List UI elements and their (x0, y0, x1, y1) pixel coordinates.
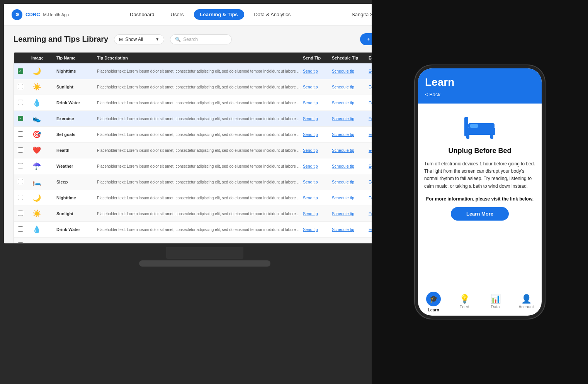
row-checkbox-cell (18, 131, 29, 138)
row-description: Placeholder text: Lorem ipsum dolor sit … (97, 180, 301, 184)
account-nav-label: Account (518, 304, 534, 309)
app-name: CDRC (25, 12, 40, 17)
learn-more-button[interactable]: Learn More (451, 207, 509, 221)
phone-header: Learn < Back (418, 68, 542, 104)
row-icon: ☂️ (31, 161, 42, 172)
row-checkbox-cell (18, 195, 29, 201)
article-title: Unplug Before Bed (448, 147, 511, 155)
header-send-tip: Send Tip (303, 56, 330, 60)
filter-dropdown[interactable]: ⊟ Show All ▼ (114, 34, 164, 44)
logo-icon: ⚙ (12, 9, 22, 20)
row-checkbox-cell (18, 100, 29, 106)
table-row: 🌙NighttimePlaceholder text: Lorem ipsum … (14, 190, 396, 206)
send-tip-link[interactable]: Send tip (303, 148, 330, 153)
phone-nav-account[interactable]: 👤 Account (511, 292, 542, 312)
schedule-tip-link[interactable]: Schedule tip (332, 85, 367, 89)
schedule-tip-link[interactable]: Schedule tip (332, 100, 367, 105)
send-tip-link[interactable]: Send tip (303, 227, 330, 232)
row-checkbox[interactable] (18, 147, 23, 153)
header-image: Image (31, 56, 54, 60)
row-checkbox[interactable] (18, 211, 23, 216)
nav-dashboard[interactable]: Dashboard (124, 9, 161, 20)
row-name: Drink Water (56, 100, 95, 105)
row-icon: 🌙 (31, 192, 42, 203)
nav-users[interactable]: Users (165, 9, 190, 20)
svg-rect-1 (464, 128, 495, 135)
phone-back-button[interactable]: < Back (425, 92, 535, 97)
header-schedule-tip: Schedule Tip (332, 56, 367, 60)
row-name: Sleep (56, 180, 95, 184)
row-checkbox[interactable] (18, 163, 23, 168)
send-tip-link[interactable]: Send tip (303, 85, 330, 89)
table-row: ☀️SunlightPlaceholder text: Lorem ipsum … (14, 206, 396, 222)
row-checkbox[interactable] (18, 100, 23, 105)
schedule-tip-link[interactable]: Schedule tip (332, 69, 367, 73)
row-name: Set goals (56, 132, 95, 137)
row-checkbox[interactable] (18, 195, 23, 200)
send-tip-link[interactable]: Send tip (303, 164, 330, 168)
table-row: ✓🌙NighttimePlaceholder text: Lorem ipsum… (14, 63, 396, 79)
row-checkbox[interactable] (18, 179, 23, 184)
table-row: ❤️HealthPlaceholder text: Lorem ipsum do… (14, 143, 396, 158)
row-icon: 💧 (31, 224, 42, 235)
row-checkbox[interactable] (18, 84, 23, 89)
monitor-stand (0, 243, 410, 384)
row-checkbox-cell (18, 211, 29, 217)
schedule-tip-link[interactable]: Schedule tip (332, 180, 367, 184)
table-header: Image Tip Name Tip Description Send Tip … (14, 53, 396, 63)
phone-nav-learn[interactable]: 🎓 Learn (418, 289, 449, 315)
table-row: ☀️SunlightPlaceholder text: Lorem ipsum … (14, 79, 396, 95)
nav-analytics[interactable]: Data & Analytics (248, 9, 297, 20)
checked-checkbox[interactable]: ✓ (18, 116, 23, 121)
phone-nav-feed[interactable]: 💡 Feed (449, 292, 480, 312)
send-tip-link[interactable]: Send tip (303, 132, 330, 137)
row-description: Placeholder text: Lorem ipsum dolor sit … (97, 133, 301, 137)
checked-checkbox[interactable]: ✓ (18, 68, 23, 74)
nav-links: Dashboard Users Learning & Tips Data & A… (80, 9, 340, 20)
schedule-tip-link[interactable]: Schedule tip (332, 227, 367, 232)
table-row: ☂️WeatherPlaceholder text: Lorem ipsum d… (14, 158, 396, 174)
send-tip-link[interactable]: Send tip (303, 100, 330, 105)
data-nav-label: Data (491, 304, 500, 309)
row-checkbox[interactable] (18, 226, 23, 232)
row-icon: 🌙 (31, 66, 42, 76)
monitor: ⚙ CDRC M-Health App Dashboard Users Lear… (0, 0, 410, 384)
header-checkbox-col (18, 56, 29, 60)
row-name: Drink Water (56, 227, 95, 232)
row-icon: 👟 (31, 240, 42, 243)
row-checkbox[interactable] (18, 131, 23, 137)
article-body: Turn off electronic devices 1 hour befor… (424, 160, 535, 190)
phone-nav-data[interactable]: 📊 Data (480, 292, 511, 312)
more-info-text: For more information, please visit the l… (426, 196, 534, 202)
table-row: 💧Drink WaterPlaceholder text: Lorem ipsu… (14, 222, 396, 238)
search-icon: 🔍 (175, 37, 181, 42)
row-description: Placeholder text: Lorem ipsum dolor sit … (97, 228, 301, 232)
main-content: Learning and Tips Library ⊟ Show All ▼ 🔍… (4, 25, 406, 243)
table-body: ✓🌙NighttimePlaceholder text: Lorem ipsum… (14, 63, 396, 243)
send-tip-link[interactable]: Send tip (303, 180, 330, 184)
row-description: Placeholder text: Lorem ipsum dolor sit … (97, 69, 301, 73)
chevron-down-icon: ▼ (155, 37, 159, 41)
table-row: ✓👟ExercisePlaceholder text: Lorem ipsum … (14, 111, 396, 127)
row-icon: 👟 (31, 113, 42, 124)
send-tip-link[interactable]: Send tip (303, 69, 330, 73)
nav-learning-tips[interactable]: Learning & Tips (194, 9, 244, 20)
schedule-tip-link[interactable]: Schedule tip (332, 195, 367, 200)
row-checkbox-cell (18, 163, 29, 169)
schedule-tip-link[interactable]: Schedule tip (332, 211, 367, 216)
search-box[interactable]: 🔍 Search (170, 34, 232, 44)
schedule-tip-link[interactable]: Schedule tip (332, 148, 367, 153)
row-description: Placeholder text: Lorem ipsum dolor sit … (97, 101, 301, 105)
send-tip-link[interactable]: Send tip (303, 195, 330, 200)
row-description: Placeholder text: Lorem ipsum dolor sit … (97, 148, 301, 153)
send-tip-link[interactable]: Send tip (303, 211, 330, 216)
send-tip-link[interactable]: Send tip (303, 116, 330, 121)
row-icon: ☀️ (31, 82, 42, 92)
top-nav: ⚙ CDRC M-Health App Dashboard Users Lear… (4, 4, 406, 25)
row-checkbox-cell: ✓ (18, 116, 29, 121)
schedule-tip-link[interactable]: Schedule tip (332, 116, 367, 121)
mobile-phone: Learn < Back (418, 68, 542, 316)
schedule-tip-link[interactable]: Schedule tip (332, 132, 367, 137)
monitor-base (139, 260, 270, 267)
schedule-tip-link[interactable]: Schedule tip (332, 164, 367, 168)
